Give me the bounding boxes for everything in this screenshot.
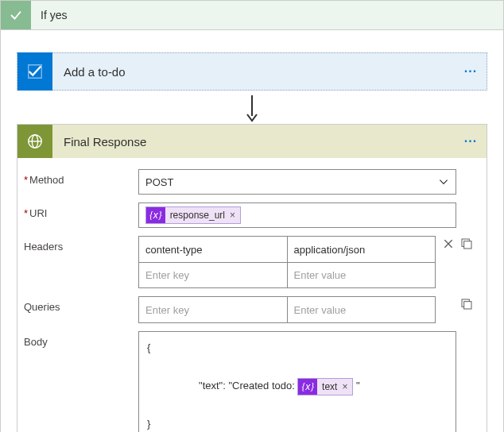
condition-header[interactable]: If yes	[1, 1, 503, 30]
delete-header-button[interactable]	[440, 236, 456, 252]
header-value-input[interactable]: application/json	[287, 237, 436, 262]
headers-table: content-type application/json Enter key …	[138, 236, 436, 288]
uri-row: URI {x} response_url ×	[24, 202, 477, 228]
body-text: "	[353, 380, 359, 392]
header-key-input[interactable]: content-type	[139, 237, 287, 262]
fx-icon: {x}	[298, 379, 317, 395]
flow-arrow	[17, 91, 487, 124]
header-value-input[interactable]: Enter value	[287, 263, 436, 287]
uri-label: URI	[24, 207, 47, 219]
checkmark-icon	[1, 1, 31, 29]
header-key-input[interactable]: Enter key	[139, 263, 287, 287]
svg-rect-7	[464, 302, 471, 309]
planner-icon	[17, 52, 52, 91]
svg-rect-5	[464, 241, 471, 249]
method-label: Method	[24, 174, 64, 186]
step-header-final-response[interactable]: Final Response ···	[17, 125, 487, 158]
queries-table: Enter key Enter value	[138, 296, 436, 323]
queries-label: Queries	[24, 296, 138, 313]
step-final-response: Final Response ··· Method POST	[17, 124, 487, 432]
body-label: Body	[24, 331, 138, 348]
switch-to-text-mode-button[interactable]	[459, 296, 475, 312]
step-title: Final Response	[52, 135, 455, 148]
query-key-input[interactable]: Enter key	[139, 297, 287, 322]
header-row: content-type application/json	[139, 237, 435, 262]
header-row-new: Enter key Enter value	[139, 262, 435, 287]
condition-title: If yes	[31, 9, 67, 21]
remove-token-button[interactable]: ×	[342, 377, 352, 396]
more-menu-button[interactable]: ···	[455, 134, 487, 148]
remove-token-button[interactable]: ×	[230, 210, 240, 221]
step-header-add-todo[interactable]: Add a to-do ···	[17, 52, 487, 91]
chevron-down-icon	[438, 176, 449, 187]
method-row: Method POST	[24, 169, 477, 195]
switch-to-text-mode-button[interactable]	[459, 236, 475, 252]
token-name: response_url	[165, 210, 230, 221]
fx-icon: {x}	[146, 207, 165, 223]
queries-row: Queries Enter key Enter value	[24, 296, 477, 323]
more-menu-button[interactable]: ···	[455, 64, 487, 79]
uri-input[interactable]: {x} response_url ×	[138, 202, 456, 228]
step-title: Add a to-do	[52, 65, 455, 79]
step-add-todo: Add a to-do ···	[17, 52, 487, 91]
headers-row: Headers content-type application/json En…	[24, 236, 477, 288]
globe-icon	[17, 125, 52, 158]
token-name: text	[317, 377, 342, 396]
body-text: {	[147, 341, 150, 353]
headers-label: Headers	[24, 236, 138, 253]
body-text: }	[147, 418, 150, 430]
method-select[interactable]: POST	[138, 169, 456, 195]
body-text: "text": "Created todo:	[193, 380, 298, 392]
body-input[interactable]: { "text": "Created todo: {x}text× " }	[138, 331, 456, 432]
query-row-new: Enter key Enter value	[139, 297, 435, 322]
dynamic-token-text[interactable]: {x}text×	[297, 378, 353, 395]
query-value-input[interactable]: Enter value	[287, 297, 436, 322]
method-value: POST	[145, 176, 173, 188]
body-row: Body { "text": "Created todo: {x}text× "…	[24, 331, 477, 432]
dynamic-token-response-url[interactable]: {x} response_url ×	[145, 206, 241, 224]
